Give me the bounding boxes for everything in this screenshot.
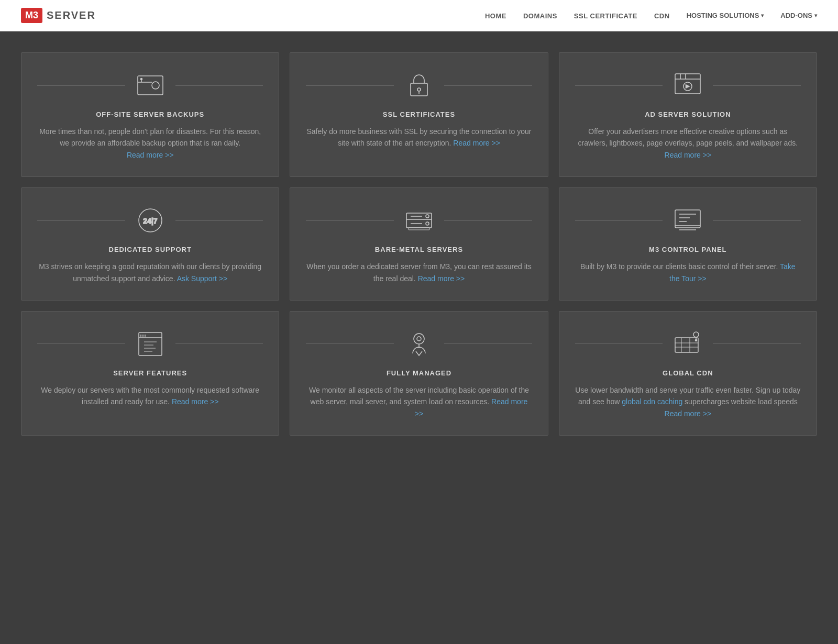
card-body-server-features: We deploy our servers with the most comm…	[37, 384, 263, 408]
bare-metal-icon	[402, 204, 436, 237]
global-cdn-caching-link[interactable]: global cdn caching	[622, 397, 682, 406]
divider-left	[575, 85, 663, 86]
svg-point-4	[140, 79, 142, 80]
card-body-bare-metal-servers: When you order a dedicated server from M…	[306, 261, 532, 284]
svg-point-37	[414, 334, 424, 344]
divider-right	[713, 85, 801, 86]
chevron-down-icon: ▾	[761, 13, 764, 18]
nav-link-hosting[interactable]: HOSTING SOLUTIONS ▾	[687, 12, 764, 19]
svg-point-1	[152, 82, 159, 89]
nav-item-ssl[interactable]: SSL CERTIFICATE	[574, 11, 637, 20]
logo-box: M3	[21, 8, 42, 23]
card-title-ssl-certificates: SSL CERTIFICATES	[383, 110, 455, 118]
read-more-link-backups[interactable]: Read more >>	[127, 151, 174, 159]
card-off-site-server-backups: OFF-SITE SERVER BACKUPS More times than …	[21, 52, 279, 177]
server-backup-icon	[134, 69, 167, 102]
card-dedicated-support: 24|7 DEDICATED SUPPORT M3 strives on kee…	[21, 187, 279, 301]
ad-server-icon	[671, 69, 704, 102]
card-body-ssl-certificates: Safely do more business with SSL by secu…	[306, 126, 532, 149]
server-features-icon	[134, 327, 167, 361]
card-global-cdn: GLOBAL CDN Use lower bandwidth and serve…	[559, 311, 817, 436]
card-title-m3-control-panel: M3 CONTROL PANEL	[649, 246, 726, 253]
take-tour-link[interactable]: Take the Tour >>	[669, 262, 796, 282]
divider-left	[37, 343, 125, 344]
divider-right	[444, 220, 532, 221]
grid-row-1: OFF-SITE SERVER BACKUPS More times than …	[21, 52, 817, 177]
svg-point-18	[426, 222, 429, 225]
nav-item-domains[interactable]: DOMAINS	[523, 11, 557, 20]
card-fully-managed: FULLY MANAGED We monitor all aspects of …	[290, 311, 548, 436]
icon-area-fully-managed	[306, 327, 532, 361]
card-title-off-site-server-backups: OFF-SITE SERVER BACKUPS	[96, 110, 204, 118]
icon-area-dedicated-support: 24|7	[37, 204, 263, 237]
nav-links: HOME DOMAINS SSL CERTIFICATE CDN HOSTING…	[485, 11, 817, 20]
svg-rect-28	[139, 332, 162, 356]
card-m3-control-panel: M3 CONTROL PANEL Built by M3 to provide …	[559, 187, 817, 301]
card-body-fully-managed: We monitor all aspects of the server inc…	[306, 384, 532, 419]
svg-rect-22	[675, 210, 700, 228]
svg-point-6	[417, 88, 421, 91]
divider-right	[444, 85, 532, 86]
divider-right	[175, 85, 263, 86]
nav-link-cdn[interactable]: CDN	[654, 12, 670, 20]
card-bare-metal-servers: BARE-METAL SERVERS When you order a dedi…	[290, 187, 548, 301]
divider-left	[37, 85, 125, 86]
fully-managed-icon	[402, 327, 436, 361]
icon-area-server-backup	[37, 69, 263, 102]
nav-link-addons[interactable]: ADD-ONS ▾	[780, 12, 817, 19]
global-cdn-icon	[671, 327, 704, 361]
icon-area-ad-server	[575, 69, 801, 102]
read-more-link-fully-managed[interactable]: Read more >>	[415, 397, 528, 417]
icon-area-ssl	[306, 69, 532, 102]
card-title-dedicated-support: DEDICATED SUPPORT	[109, 246, 192, 253]
read-more-link-global-cdn[interactable]: Read more >>	[665, 409, 712, 418]
nav-link-home[interactable]: HOME	[485, 12, 506, 20]
icon-area-global-cdn	[575, 327, 801, 361]
card-body-global-cdn: Use lower bandwidth and serve your traff…	[575, 384, 801, 419]
card-body-ad-server-solution: Offer your advertisers more effective cr…	[575, 126, 801, 161]
main-content: OFF-SITE SERVER BACKUPS More times than …	[0, 31, 838, 467]
nav-item-cdn[interactable]: CDN	[654, 11, 670, 20]
card-title-fully-managed: FULLY MANAGED	[387, 369, 451, 377]
card-title-server-features: SERVER FEATURES	[113, 369, 187, 377]
card-body-off-site-server-backups: More times than not, people don't plan f…	[37, 126, 263, 161]
svg-rect-40	[675, 338, 698, 352]
nav-item-addons[interactable]: ADD-ONS ▾	[780, 12, 817, 19]
divider-left	[306, 220, 394, 221]
ask-support-link[interactable]: Ask Support >>	[177, 274, 228, 283]
svg-point-47	[696, 339, 697, 341]
card-ad-server-solution: AD SERVER SOLUTION Offer your advertiser…	[559, 52, 817, 177]
chevron-down-icon: ▾	[814, 13, 817, 18]
navbar: M3 SERVER HOME DOMAINS SSL CERTIFICATE C…	[0, 0, 838, 31]
divider-right	[175, 343, 263, 344]
divider-left	[37, 220, 125, 221]
grid-row-2: 24|7 DEDICATED SUPPORT M3 strives on kee…	[21, 187, 817, 301]
nav-link-ssl[interactable]: SSL CERTIFICATE	[574, 12, 637, 20]
read-more-link-bare-metal[interactable]: Read more >>	[418, 274, 465, 283]
read-more-link-ad-server[interactable]: Read more >>	[665, 151, 712, 159]
read-more-link-server-features[interactable]: Read more >>	[172, 397, 219, 406]
nav-item-home[interactable]: HOME	[485, 11, 506, 20]
nav-item-hosting[interactable]: HOSTING SOLUTIONS ▾	[687, 12, 764, 19]
read-more-link-ssl[interactable]: Read more >>	[453, 139, 500, 147]
support-247-icon: 24|7	[134, 204, 167, 237]
icon-area-server-features	[37, 327, 263, 361]
icon-area-control-panel	[575, 204, 801, 237]
icon-area-bare-metal	[306, 204, 532, 237]
divider-right	[444, 343, 532, 344]
nav-link-domains[interactable]: DOMAINS	[523, 12, 557, 20]
card-body-m3-control-panel: Built by M3 to provide our clients basic…	[575, 261, 801, 284]
svg-point-38	[417, 337, 421, 341]
svg-rect-15	[406, 213, 432, 228]
svg-rect-5	[411, 83, 427, 96]
card-title-ad-server-solution: AD SERVER SOLUTION	[645, 110, 731, 118]
divider-left	[306, 343, 394, 344]
card-title-global-cdn: GLOBAL CDN	[663, 369, 713, 377]
divider-right	[713, 220, 801, 221]
control-panel-icon	[671, 204, 704, 237]
divider-right	[713, 343, 801, 344]
card-body-dedicated-support: M3 strives on keeping a good reputation …	[37, 261, 263, 284]
card-title-bare-metal-servers: BARE-METAL SERVERS	[375, 246, 463, 253]
divider-left	[575, 220, 663, 221]
card-ssl-certificates: SSL CERTIFICATES Safely do more business…	[290, 52, 548, 177]
